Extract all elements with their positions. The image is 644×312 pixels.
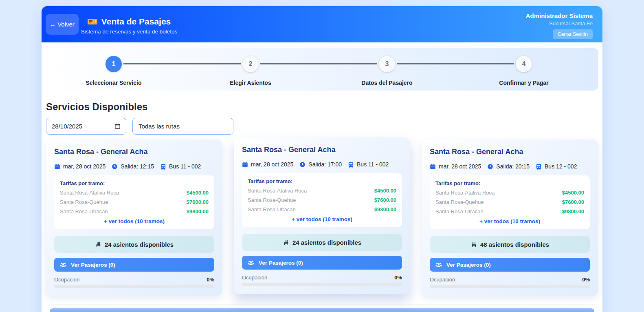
tariff-row: Santa Rosa-Quehue$7600.00 [248,197,396,203]
services-heading: Servicios Disponibles [46,101,598,113]
tariff-row: Santa Rosa-Utracan$9800.00 [60,208,209,215]
tariff-row: Santa Rosa-Quehue$7600.00 [60,199,209,205]
service-meta: mar, 28 oct 2025 Salida: 12:15 Bus 11 - … [54,163,214,170]
service-date: mar, 28 oct 2025 [251,161,293,168]
tariffs-heading: Tarifas por tramo: [435,180,584,186]
route-filter-value: Todas las rutas [138,123,180,130]
users-icon [247,259,255,266]
next-section-card [47,305,597,312]
user-branch: Sucursal Santa Fe [526,20,593,27]
tariff-row: Santa Rosa-Ataliva Roca$4500.00 [435,190,584,196]
users-icon [435,261,442,268]
seat-icon [95,241,102,248]
step-label-1: Seleccionar Servicio [86,80,142,86]
service-cards-grid: Santa Rosa - General Acha mar, 28 oct 20… [46,139,598,296]
tariff-row: Santa Rosa-Utracan$9800.00 [248,206,396,212]
view-passengers-button[interactable]: Ver Pasajeros (0) [430,258,590,272]
service-meta: mar, 28 oct 2025 Salida: 20:15 Bus 12 - … [430,163,590,170]
step-circle-4: 4 [516,56,532,72]
user-block: Administrador Sistema Sucursal Santa Fe … [526,12,593,39]
seats-available-text: 48 asientos disponibles [480,241,549,248]
step-choose-seats[interactable]: 2 Elegir Asientos [189,56,312,86]
occupancy-row: Ocupación 0% [430,277,590,283]
step-select-service[interactable]: 1 Seleccionar Servicio [53,56,175,86]
seats-available-text: 24 asientos disponibles [105,241,174,248]
main-container: ← Volver Venta de Pasajes Sistema de res… [42,6,602,312]
see-all-tariffs-link[interactable]: + ver todos (10 tramos) [435,218,584,224]
service-bus: Bus 11 - 002 [169,163,201,170]
bus-icon [348,162,354,168]
occupancy-row: Ocupación 0% [54,277,214,283]
bus-icon [536,164,542,170]
view-passengers-button[interactable]: Ver Pasajeros (0) [242,256,402,270]
seat-icon [283,239,290,246]
step-label-3: Datos del Pasajero [361,80,412,86]
calendar-picker-icon[interactable] [114,123,121,129]
tariffs-panel: Tarifas por tramo: Santa Rosa-Ataliva Ro… [54,175,214,229]
calendar-icon [54,164,60,170]
date-filter-input[interactable]: 28/10/2025 [46,118,126,135]
occupancy-label: Ocupación [430,277,455,283]
occupancy-value: 0% [582,277,590,283]
seats-available-badge: 24 asientos disponibles [242,234,402,251]
view-passengers-button[interactable]: Ver Pasajeros (0) [54,258,214,272]
seats-available-badge: 24 asientos disponibles [54,236,214,253]
service-route-title: Santa Rosa - General Acha [430,148,590,156]
occupancy-value: 0% [394,274,402,281]
clock-icon [112,164,118,170]
tariffs-heading: Tarifas por tramo: [248,178,396,184]
user-name: Administrador Sistema [526,12,593,19]
ticket-icon [87,18,98,26]
occupancy-value: 0% [207,277,214,283]
clock-icon [299,162,306,168]
header-title-block: Venta de Pasajes Sistema de reservas y v… [81,17,177,35]
step-circle-3: 3 [379,56,395,72]
service-departure: Salida: 12:15 [121,163,154,170]
occupancy-label: Ocupación [242,274,267,281]
view-passengers-label: Ver Pasajeros (0) [71,262,115,268]
occupancy-progressbar [430,285,590,288]
service-date: mar, 28 oct 2025 [63,163,106,170]
tariff-row: Santa Rosa-Utracan$9800.00 [435,208,584,215]
stepper: 1 Seleccionar Servicio 2 Elegir Asientos… [46,48,598,91]
service-departure: Salida: 17:00 [308,161,342,168]
route-filter-select[interactable]: Todas las rutas [132,118,233,135]
step-label-4: Confirmar y Pagar [499,80,548,86]
service-card-3[interactable]: Santa Rosa - General Acha mar, 28 oct 20… [422,139,598,296]
service-departure: Salida: 20:15 [496,163,530,170]
app-header: ← Volver Venta de Pasajes Sistema de res… [42,6,602,42]
step-passenger-data[interactable]: 3 Datos del Pasajero [326,56,448,86]
seats-available-text: 24 asientos disponibles [292,239,361,246]
view-passengers-label: Ver Pasajeros (0) [446,262,491,268]
service-card-1[interactable]: Santa Rosa - General Acha mar, 28 oct 20… [46,139,222,296]
view-passengers-label: Ver Pasajeros (0) [259,260,303,266]
see-all-tariffs-link[interactable]: + ver todos (10 tramos) [60,218,209,224]
service-route-title: Santa Rosa - General Acha [242,146,402,154]
calendar-icon [430,164,436,170]
service-bus: Bus 11 - 002 [357,161,389,168]
next-section-header-bar [50,308,594,312]
back-button[interactable]: ← Volver [46,14,79,35]
occupancy-progressbar [242,283,402,286]
page-title: Venta de Pasajes [101,17,171,27]
tariff-row: Santa Rosa-Quehue$7600.00 [435,199,584,205]
step-circle-2: 2 [242,56,259,72]
service-bus: Bus 12 - 002 [545,163,577,170]
see-all-tariffs-link[interactable]: + ver todos (10 tramos) [248,216,396,222]
logout-button[interactable]: Cerrar Sesión [553,29,593,39]
calendar-icon [242,162,248,168]
service-card-2[interactable]: Santa Rosa - General Acha mar, 28 oct 20… [234,137,410,294]
users-icon [59,261,67,268]
seat-icon [470,241,477,248]
tariffs-heading: Tarifas por tramo: [60,180,209,186]
page-subtitle: Sistema de reservas y venta de boletos [81,29,177,35]
tariffs-panel: Tarifas por tramo: Santa Rosa-Ataliva Ro… [430,175,590,229]
seats-available-badge: 48 asientos disponibles [430,236,590,253]
step-confirm-pay[interactable]: 4 Confirmar y Pagar [463,56,585,86]
service-date: mar, 28 oct 2025 [439,163,481,170]
step-label-2: Elegir Asientos [230,80,271,86]
tariff-row: Santa Rosa-Ataliva Roca$4500.00 [60,190,209,196]
bus-icon [160,164,166,170]
step-circle-1: 1 [106,56,122,72]
date-filter-value: 28/10/2025 [52,123,82,130]
